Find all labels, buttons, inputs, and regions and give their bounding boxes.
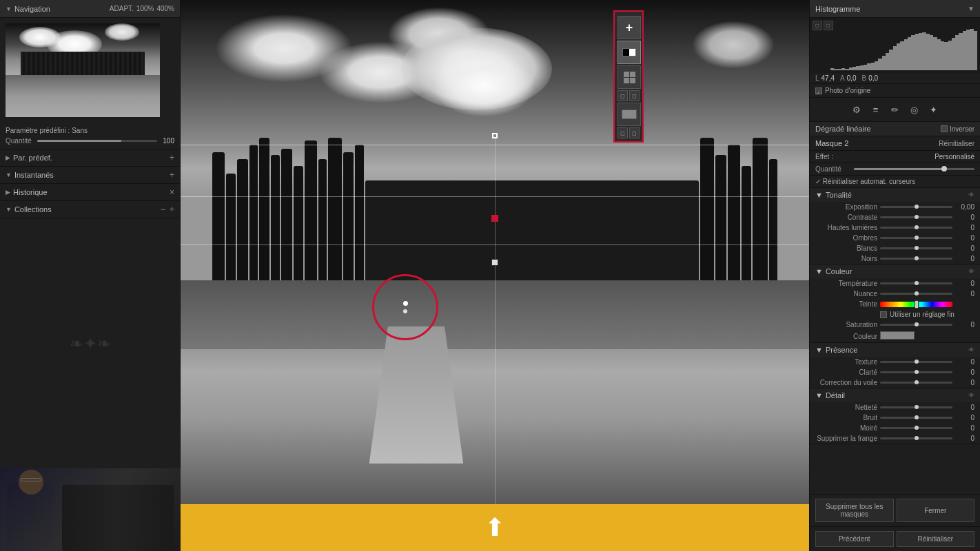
collections-add[interactable]: + <box>170 205 174 214</box>
mask-rect-button[interactable] <box>617 103 641 126</box>
moire-thumb <box>915 426 919 430</box>
reinitialiser-btn[interactable]: Réinitialiser <box>939 140 974 147</box>
texture-slider[interactable] <box>880 361 952 363</box>
inverser-label: Inverser <box>950 125 974 133</box>
video-person-bg <box>0 468 181 551</box>
hautes-lumieres-slider[interactable] <box>880 227 952 229</box>
utiliser-reglage-checkbox[interactable] <box>880 311 887 318</box>
mask-grid-icon <box>624 72 635 83</box>
clarte-slider[interactable] <box>880 371 952 373</box>
nav-bottom-buttons: Précédent Réinitialiser <box>810 526 980 551</box>
detail-label: Détail <box>826 391 845 399</box>
mask-icon-gear[interactable]: ✦ <box>926 102 941 117</box>
mask-add-button[interactable]: + <box>617 16 641 39</box>
correction-voile-slider[interactable] <box>880 382 952 384</box>
nav-title-label: Navigation <box>14 5 50 13</box>
upload-icon: ⬆ <box>484 513 505 542</box>
collections-minus[interactable]: − <box>161 205 165 214</box>
fermer-button[interactable]: Fermer <box>897 499 975 522</box>
instantanes-section[interactable]: ▼ Instantanés + <box>0 167 180 184</box>
precedent-button[interactable]: Précédent <box>815 531 894 547</box>
quantite-thumb <box>941 166 947 171</box>
mask-grid-button[interactable] <box>617 65 641 89</box>
historique-section[interactable]: ▶ Historique × <box>0 184 180 201</box>
noirs-thumb <box>915 256 919 260</box>
ombres-val: 0 <box>955 234 974 242</box>
presence-header[interactable]: ▼ Présence 👁 <box>810 343 980 357</box>
mask-rect-icon <box>622 110 637 119</box>
temperature-slider[interactable] <box>880 282 952 284</box>
supprimer-masques-button[interactable]: Supprimer tous les masques <box>815 499 894 522</box>
noirs-slider[interactable] <box>880 258 952 260</box>
mask-small-btn1[interactable]: ◻ <box>617 90 628 101</box>
quantity-val: 100 <box>163 137 174 145</box>
hist-ctrl-btn1[interactable]: ◻ <box>813 21 822 30</box>
contraste-slider[interactable] <box>880 216 952 218</box>
mask-bw-button[interactable] <box>617 41 641 64</box>
blancs-val: 0 <box>955 245 974 252</box>
nuance-slider[interactable] <box>880 293 952 295</box>
supprimer-frange-slider[interactable] <box>880 437 952 439</box>
couleur-eye[interactable]: 👁 <box>968 268 974 275</box>
bruit-row: Bruit 0 <box>810 413 980 423</box>
mask-icon-eye[interactable]: ◎ <box>907 102 922 117</box>
mask-icon-brush[interactable]: ✏ <box>888 102 903 117</box>
historique-label: Historique <box>13 188 48 196</box>
tonalite-label: Tonalité <box>826 191 852 199</box>
presence-eye[interactable]: 👁 <box>968 346 974 353</box>
exposition-thumb <box>915 205 919 209</box>
quantite-label: Quantité <box>815 165 850 173</box>
quantite-slider[interactable] <box>854 168 974 170</box>
nuance-val: 0 <box>955 290 974 298</box>
reinitialiser2-button[interactable]: Réinitialiser <box>897 531 975 547</box>
upload-bar[interactable]: ⬆ <box>181 504 809 551</box>
quantity-slider[interactable] <box>37 140 158 142</box>
effet-val: Personnalisé <box>935 153 974 160</box>
exposition-slider[interactable] <box>880 206 952 208</box>
quantite-row: Quantité <box>810 163 980 176</box>
supprimer-frange-row: Supprimer la frange 0 <box>810 433 980 444</box>
par-predef-add[interactable]: + <box>170 153 174 163</box>
instantanes-label: Instantanés <box>14 171 54 179</box>
noirs-val: 0 <box>955 255 974 262</box>
blancs-slider[interactable] <box>880 247 952 249</box>
hist-b-item: B 0,0 <box>862 74 879 82</box>
saturation-slider[interactable] <box>880 324 952 326</box>
inverser-checkbox[interactable] <box>941 125 948 132</box>
mask-small-btn3[interactable]: ◻ <box>617 127 628 138</box>
saturation-val: 0 <box>955 321 974 329</box>
masque-header: Masque 2 Réinitialiser <box>810 136 980 151</box>
detail-header[interactable]: ▼ Détail 👁 <box>810 388 980 402</box>
hautes-lumieres-val: 0 <box>955 224 974 231</box>
zoom2-label[interactable]: 400% <box>156 5 174 12</box>
mask-small-btn4[interactable]: ◻ <box>629 127 640 138</box>
couleur-section: ▼ Couleur 👁 Température 0 Nuance 0 Teint… <box>810 264 980 343</box>
detail-triangle: ▼ <box>815 391 823 399</box>
couleur-label: Couleur <box>826 267 853 276</box>
teinte-strip[interactable] <box>880 302 952 307</box>
hist-l-label: L <box>815 74 819 82</box>
photo-origin-checkbox[interactable] <box>815 87 822 94</box>
mask-icon-tune[interactable]: ≡ <box>868 102 884 117</box>
texture-thumb <box>915 360 919 364</box>
tonalite-header[interactable]: ▼ Tonalité 👁 <box>810 188 980 202</box>
historique-close[interactable]: × <box>170 187 174 197</box>
couleur-swatch[interactable] <box>880 331 915 340</box>
detail-eye[interactable]: 👁 <box>968 392 974 399</box>
correction-voile-row: Correction du voile 0 <box>810 377 980 388</box>
tonalite-eye[interactable]: 👁 <box>968 191 974 198</box>
couleur-header[interactable]: ▼ Couleur 👁 <box>810 264 980 278</box>
nettete-slider[interactable] <box>880 406 952 408</box>
exposition-row: Exposition 0,00 <box>810 202 980 212</box>
collections-section[interactable]: ▼ Collections − + <box>0 201 180 218</box>
instantanes-add[interactable]: + <box>170 170 174 180</box>
mask-icon-sliders[interactable]: ⚙ <box>849 102 864 117</box>
ombres-slider[interactable] <box>880 237 952 239</box>
bruit-slider[interactable] <box>880 417 952 419</box>
par-predef-section[interactable]: ▶ Par. prédef. + <box>0 149 180 167</box>
zoom1-label[interactable]: 100% <box>136 5 154 12</box>
supprimer-frange-label: Supprimer la frange <box>815 435 877 442</box>
mask-small-btn2[interactable]: ◻ <box>629 90 640 101</box>
histogram-values: L 47,4 A 0,0 B 0,0 <box>810 73 980 84</box>
moire-slider[interactable] <box>880 427 952 429</box>
